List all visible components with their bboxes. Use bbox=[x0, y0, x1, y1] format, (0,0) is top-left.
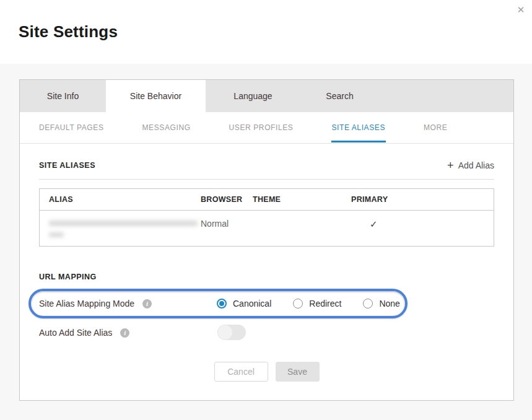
radio-canonical[interactable]: Canonical bbox=[217, 299, 271, 308]
browser-cell: Normal bbox=[191, 219, 243, 229]
add-alias-label: Add Alias bbox=[458, 160, 494, 170]
mapping-mode-options: Canonical Redirect None bbox=[217, 289, 400, 318]
checkmark-icon: ✓ bbox=[370, 219, 378, 229]
site-aliases-heading: SITE ALIASES bbox=[39, 161, 95, 170]
column-header-primary: PRIMARY bbox=[342, 195, 494, 204]
table-header-row: ALIAS BROWSER THEME PRIMARY bbox=[40, 189, 494, 211]
redacted-text-line bbox=[49, 232, 64, 237]
info-icon[interactable]: i bbox=[142, 299, 152, 308]
table-row[interactable]: Normal ✓ bbox=[40, 211, 494, 246]
mapping-mode-label: Site Alias Mapping Mode bbox=[39, 299, 134, 308]
redacted-text-line bbox=[49, 221, 198, 226]
subtab-user-profiles[interactable]: USER PROFILES bbox=[229, 112, 294, 143]
radio-button-icon bbox=[363, 299, 373, 308]
alias-table: ALIAS BROWSER THEME PRIMARY Normal ✓ bbox=[39, 188, 494, 247]
auto-add-row: Auto Add Site Alias i bbox=[39, 324, 494, 341]
subtab-site-aliases[interactable]: SITE ALIASES bbox=[331, 112, 385, 143]
radio-canonical-label: Canonical bbox=[233, 299, 271, 308]
settings-card: Site Info Site Behavior Language Search … bbox=[19, 79, 514, 401]
toggle-knob bbox=[218, 325, 232, 339]
tab-content: SITE ALIASES + Add Alias ALIAS BROWSER T… bbox=[20, 160, 513, 382]
subtab-more[interactable]: MORE bbox=[424, 112, 447, 143]
url-mapping-heading: URL MAPPING bbox=[39, 273, 494, 282]
tab-site-behavior[interactable]: Site Behavior bbox=[106, 80, 206, 112]
radio-redirect-label: Redirect bbox=[309, 299, 341, 308]
close-icon[interactable]: ✕ bbox=[513, 2, 528, 17]
plus-icon: + bbox=[447, 160, 454, 171]
alias-cell-redacted bbox=[40, 219, 191, 237]
subtab-messaging[interactable]: MESSAGING bbox=[142, 112, 191, 143]
mapping-mode-row: Site Alias Mapping Mode i Canonical Redi… bbox=[39, 289, 494, 318]
page-title: Site Settings bbox=[19, 22, 118, 42]
save-button[interactable]: Save bbox=[276, 362, 320, 382]
subtab-bar: DEFAULT PAGES MESSAGING USER PROFILES SI… bbox=[20, 112, 513, 144]
column-header-browser: BROWSER bbox=[191, 195, 243, 204]
site-aliases-header: SITE ALIASES + Add Alias bbox=[39, 160, 494, 171]
subtab-default-pages[interactable]: DEFAULT PAGES bbox=[39, 112, 104, 143]
radio-button-icon bbox=[217, 299, 227, 308]
footer-actions: Cancel Save bbox=[39, 362, 494, 382]
radio-button-icon bbox=[293, 299, 303, 308]
auto-add-label: Auto Add Site Alias bbox=[39, 328, 112, 338]
tab-site-info[interactable]: Site Info bbox=[20, 80, 106, 112]
auto-add-toggle[interactable] bbox=[217, 325, 246, 340]
info-icon[interactable]: i bbox=[120, 328, 129, 338]
column-header-alias: ALIAS bbox=[40, 195, 191, 204]
cancel-button[interactable]: Cancel bbox=[214, 362, 268, 382]
tab-search[interactable]: Search bbox=[300, 80, 379, 112]
tab-bar: Site Info Site Behavior Language Search bbox=[20, 80, 513, 112]
radio-none-label: None bbox=[379, 299, 399, 308]
radio-redirect[interactable]: Redirect bbox=[293, 299, 341, 308]
primary-cell: ✓ bbox=[342, 219, 494, 230]
tab-language[interactable]: Language bbox=[206, 80, 300, 112]
radio-none[interactable]: None bbox=[363, 299, 399, 308]
dialog-header: Site Settings ✕ bbox=[0, 0, 532, 64]
column-header-theme: THEME bbox=[243, 195, 342, 204]
section-divider bbox=[39, 179, 494, 180]
add-alias-button[interactable]: + Add Alias bbox=[447, 160, 494, 171]
